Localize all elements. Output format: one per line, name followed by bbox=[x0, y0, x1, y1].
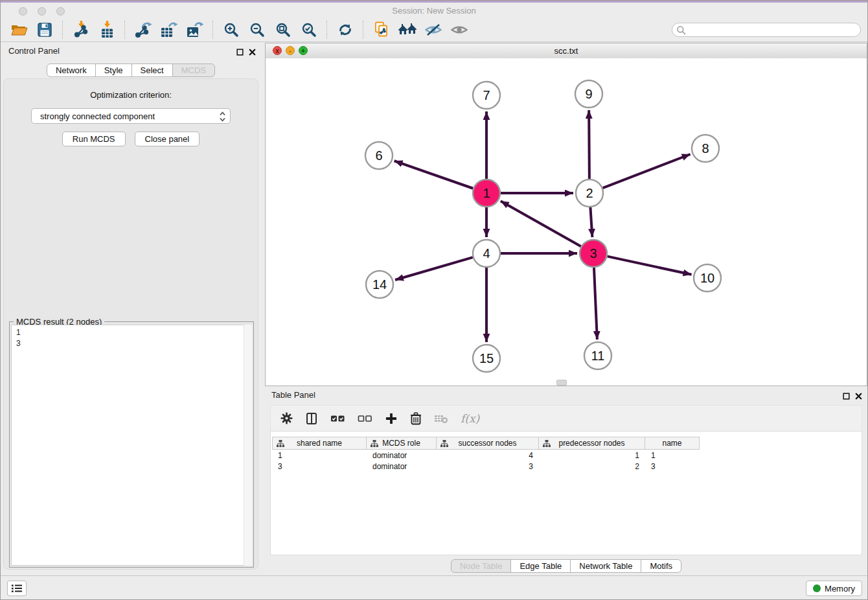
edge-3-11[interactable] bbox=[594, 268, 597, 340]
function-builder-button[interactable]: f(x) bbox=[461, 412, 479, 425]
criterion-dropdown[interactable]: strongly connected component bbox=[31, 108, 231, 124]
column-header-mcds-role[interactable]: MCDS role bbox=[367, 437, 437, 450]
edge-2-8[interactable] bbox=[603, 154, 691, 188]
edge-4-14[interactable] bbox=[395, 257, 473, 280]
table-cell[interactable]: 1 bbox=[272, 451, 367, 460]
table-cell[interactable]: 3 bbox=[272, 462, 367, 471]
float-panel-icon[interactable] bbox=[236, 47, 244, 58]
zoom-selected-icon bbox=[301, 22, 317, 38]
zoom-fit-button[interactable] bbox=[271, 19, 295, 40]
close-table-panel-icon[interactable] bbox=[855, 391, 862, 402]
close-panel-icon[interactable] bbox=[249, 47, 256, 58]
task-history-button[interactable] bbox=[7, 581, 27, 596]
mcds-result-text[interactable]: 13 bbox=[11, 325, 252, 566]
tab-select[interactable]: Select bbox=[131, 63, 173, 77]
graph-node-14[interactable]: 14 bbox=[366, 271, 393, 298]
graph-node-11[interactable]: 11 bbox=[584, 342, 611, 369]
divider-drag-handle[interactable] bbox=[556, 380, 567, 386]
graph-node-1[interactable]: 1 bbox=[473, 179, 500, 207]
deselect-all-icon bbox=[358, 414, 372, 423]
delete-row-button[interactable] bbox=[410, 412, 422, 425]
add-row-button[interactable] bbox=[385, 412, 398, 425]
graph-node-9[interactable]: 9 bbox=[575, 80, 602, 108]
delete-table-button[interactable] bbox=[434, 413, 448, 424]
table-cell[interactable]: 1 bbox=[645, 451, 700, 460]
edge-2-9[interactable] bbox=[589, 110, 589, 179]
graph-node-7[interactable]: 7 bbox=[473, 82, 500, 109]
select-all-icon bbox=[330, 414, 345, 423]
tab-edge-table[interactable]: Edge Table bbox=[510, 559, 571, 573]
zoom-in-button[interactable] bbox=[220, 19, 243, 40]
svg-text:11: 11 bbox=[591, 349, 605, 363]
table-cell[interactable]: dominator bbox=[367, 462, 437, 471]
zoom-out-icon bbox=[249, 22, 265, 38]
search-input[interactable] bbox=[672, 23, 861, 37]
column-header-successor-nodes[interactable]: successor nodes bbox=[437, 437, 539, 450]
graph-node-3[interactable]: 3 bbox=[580, 240, 607, 267]
table-row[interactable]: 1dominator411 bbox=[272, 450, 700, 461]
delete-table-icon bbox=[434, 413, 448, 424]
graph-node-6[interactable]: 6 bbox=[365, 142, 393, 169]
graph-node-4[interactable]: 4 bbox=[473, 240, 500, 267]
export-image-icon bbox=[186, 21, 204, 38]
svg-text:8: 8 bbox=[702, 141, 709, 156]
import-table-button[interactable] bbox=[95, 19, 119, 40]
column-header-predecessor-nodes[interactable]: predecessor nodes bbox=[539, 437, 645, 450]
tab-motifs[interactable]: Motifs bbox=[641, 559, 681, 573]
control-panel-header: Control Panel bbox=[1, 43, 261, 58]
edge-1-6[interactable] bbox=[394, 161, 474, 188]
zoom-selected-button[interactable] bbox=[297, 19, 321, 40]
svg-text:3: 3 bbox=[589, 246, 597, 260]
show-columns-button[interactable] bbox=[305, 412, 318, 425]
table-row[interactable]: 3dominator323 bbox=[272, 461, 700, 472]
import-network-icon bbox=[73, 21, 89, 38]
table-cell[interactable]: 3 bbox=[437, 462, 539, 471]
export-table-button[interactable] bbox=[157, 19, 181, 40]
tab-network[interactable]: Network bbox=[47, 63, 96, 77]
open-folder-icon bbox=[10, 23, 28, 37]
export-image-button[interactable] bbox=[183, 19, 207, 40]
table-cell[interactable]: 4 bbox=[437, 451, 539, 460]
toolbar-separator bbox=[62, 21, 63, 39]
column-header-shared-name[interactable]: shared name bbox=[272, 437, 367, 450]
mcds-panel: Optimization criterion: strongly connect… bbox=[3, 78, 258, 570]
table-settings-button[interactable] bbox=[280, 412, 293, 424]
select-all-button[interactable] bbox=[330, 414, 345, 423]
tab-node-table[interactable]: Node Table bbox=[451, 559, 512, 573]
table-cell[interactable]: 3 bbox=[645, 462, 700, 471]
table-cell[interactable]: dominator bbox=[367, 451, 437, 460]
run-mcds-button[interactable]: Run MCDS bbox=[62, 132, 126, 146]
column-header-name[interactable]: name bbox=[645, 437, 700, 450]
float-table-panel-icon[interactable] bbox=[843, 391, 850, 402]
hide-selected-button[interactable] bbox=[422, 19, 445, 40]
home-view-button[interactable] bbox=[396, 19, 419, 40]
import-network-button[interactable] bbox=[69, 19, 93, 40]
network-canvas[interactable]: 1234678910111415 bbox=[266, 58, 867, 386]
tab-style[interactable]: Style bbox=[95, 63, 132, 77]
export-network-button[interactable] bbox=[131, 19, 155, 40]
table-cell[interactable]: 2 bbox=[539, 462, 645, 471]
tab-mcds[interactable]: MCDS bbox=[172, 63, 215, 77]
dropdown-stepper-icon bbox=[219, 111, 226, 124]
graph-node-8[interactable]: 8 bbox=[692, 135, 719, 162]
close-panel-button[interactable]: Close panel bbox=[135, 132, 200, 146]
graph-node-15[interactable]: 15 bbox=[473, 345, 500, 372]
memory-button[interactable]: Memory bbox=[806, 581, 862, 596]
save-session-button[interactable] bbox=[33, 19, 56, 40]
new-network-from-selection-button[interactable] bbox=[370, 19, 393, 40]
tab-network-table[interactable]: Network Table bbox=[570, 559, 641, 573]
zoom-out-button[interactable] bbox=[246, 19, 269, 40]
gear-icon bbox=[280, 412, 293, 424]
edge-2-3[interactable] bbox=[590, 207, 592, 237]
table-cell[interactable]: 1 bbox=[539, 451, 645, 460]
open-session-button[interactable] bbox=[7, 19, 30, 40]
edge-3-1[interactable] bbox=[501, 201, 581, 246]
graph-node-10[interactable]: 10 bbox=[694, 264, 721, 292]
edge-3-10[interactable] bbox=[608, 257, 692, 275]
result-scrollbar[interactable] bbox=[244, 325, 252, 566]
deselect-all-button[interactable] bbox=[358, 414, 372, 423]
trash-icon bbox=[410, 412, 422, 425]
apply-layout-button[interactable] bbox=[334, 19, 357, 40]
show-all-button[interactable] bbox=[448, 19, 471, 40]
graph-node-2[interactable]: 2 bbox=[576, 179, 603, 207]
